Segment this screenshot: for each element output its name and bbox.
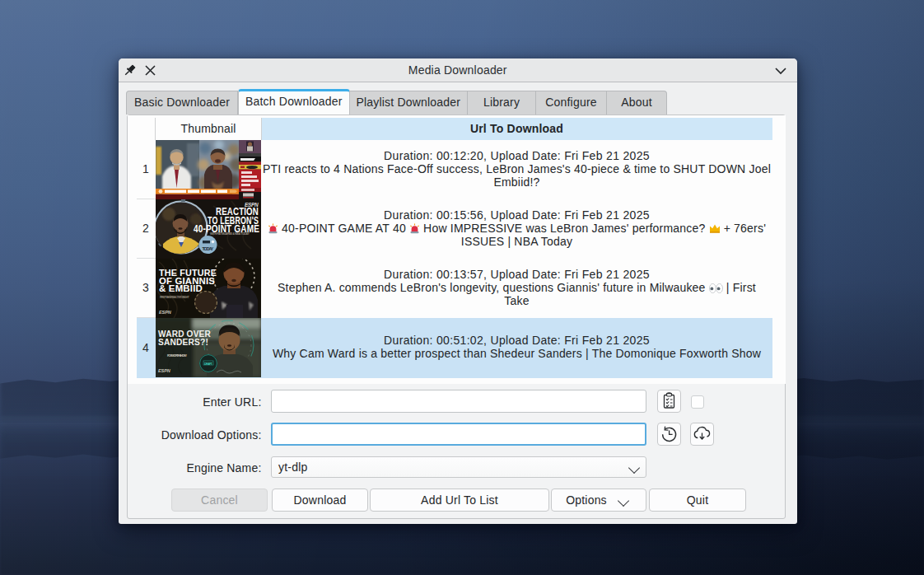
svg-text:ESPN: ESPN — [159, 310, 172, 315]
svg-text:FOXWORTH SHOW: FOXWORTH SHOW — [167, 353, 187, 358]
svg-text:DRAFT: DRAFT — [204, 362, 212, 366]
svg-text:TODAY: TODAY — [203, 246, 214, 251]
svg-text:ESPN: ESPN — [245, 202, 259, 208]
svg-text:FIRST TAKE REACTS TONIGHT: FIRST TAKE REACTS TONIGHT — [160, 296, 189, 299]
svg-text:SANDERS?!: SANDERS?! — [158, 337, 208, 347]
svg-text:& EMBIID: & EMBIID — [159, 283, 203, 293]
svg-text:ESPN: ESPN — [158, 368, 171, 373]
svg-text:WITH PAT McAFEE & NBA TODAY: WITH PAT McAFEE & NBA TODAY — [210, 232, 250, 236]
